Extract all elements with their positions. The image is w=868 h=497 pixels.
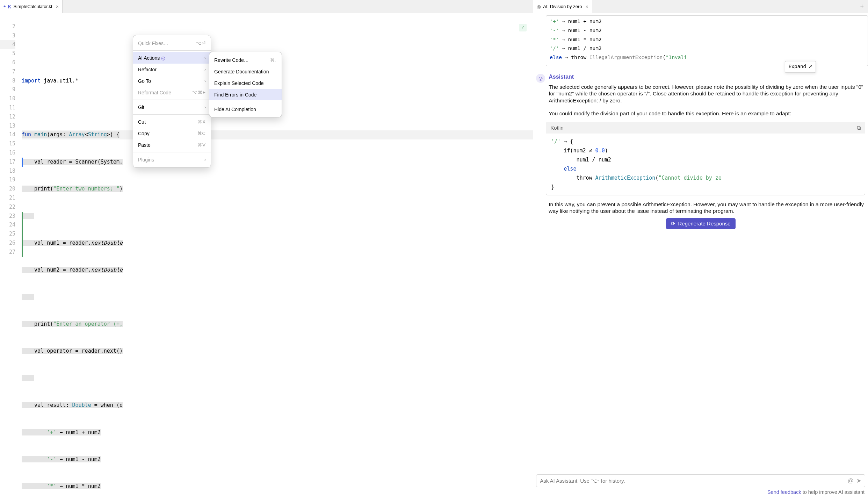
feedback-line: Send feedback to help improve AI assista…	[533, 488, 868, 497]
editor-tabbar: • K SimpleCalculator.kt ×	[0, 0, 533, 13]
line-gutter: 2 3 4 5 6 7 8 9 10 11 12 13 14 15 16 17 …	[0, 13, 22, 497]
assistant-message: In this way, you can prevent a possible …	[533, 200, 868, 215]
tab-ai-division[interactable]: ◎ AI: Division by zero ×	[533, 0, 592, 13]
menu-refactor[interactable]: Refactor›	[133, 64, 211, 75]
expand-button[interactable]: Expand⤢	[785, 61, 816, 73]
vcs-added-marker	[22, 212, 23, 257]
close-icon[interactable]: ×	[56, 4, 59, 9]
editor-pane: • K SimpleCalculator.kt × ✓ 2 3 4 5 6 7 …	[0, 0, 533, 497]
context-menu: Quick Fixes…⌥⏎ AI Actions◎› Refactor› Go…	[133, 35, 211, 168]
tab-filename: SimpleCalculator.kt	[13, 4, 52, 9]
chat-text-field[interactable]	[540, 478, 845, 484]
ai-scroll[interactable]: '+' → num1 + num2 '-' → num1 - num2 '*' …	[533, 13, 868, 474]
send-feedback-link[interactable]: Send feedback	[767, 489, 801, 495]
ai-swirl-icon: ◎	[161, 55, 165, 61]
mention-icon[interactable]: @	[848, 477, 854, 484]
assistant-title: Assistant	[549, 74, 574, 83]
menu-plugins: Plugins›	[133, 154, 211, 165]
menu-copy[interactable]: Copy⌘C	[133, 128, 211, 139]
menu-cut[interactable]: Cut⌘X	[133, 116, 211, 128]
assistant-message: The selected code generally appears to b…	[533, 83, 868, 104]
expand-icon: ⤢	[808, 62, 812, 71]
modified-dot-icon: •	[3, 3, 6, 10]
submenu-finderrors[interactable]: Find Errors in Code	[209, 89, 282, 100]
submenu-explain[interactable]: Explain Selected Code	[209, 77, 282, 89]
chevron-right-icon: ›	[204, 79, 206, 84]
code-suggestion-block: Kotlin ⧉ '/' → { if(num2 ≠ 0.0) num1 / n…	[546, 122, 865, 195]
submenu-hideai[interactable]: Hide AI Completion	[209, 103, 282, 115]
tab-simplecalculator[interactable]: • K SimpleCalculator.kt ×	[0, 0, 63, 13]
assistant-avatar-icon: ◎	[536, 74, 545, 83]
ai-swirl-icon: ◎	[537, 4, 541, 9]
chevron-right-icon: ›	[204, 105, 206, 110]
chevron-right-icon: ›	[204, 157, 206, 162]
code-lang-label: Kotlin	[550, 125, 564, 131]
submenu-rewrite[interactable]: Rewrite Code…⌘.	[209, 54, 282, 66]
add-tab-button[interactable]: +	[856, 0, 868, 13]
close-icon[interactable]: ×	[585, 4, 588, 9]
ai-pane: ◎ AI: Division by zero × + '+' → num1 + …	[533, 0, 868, 497]
assistant-message: You could modify the division part of yo…	[533, 109, 868, 117]
ai-tabbar: ◎ AI: Division by zero × +	[533, 0, 868, 13]
ai-actions-submenu: Rewrite Code…⌘. Generate Documentation E…	[209, 52, 282, 117]
chat-input[interactable]: @ ➤	[536, 474, 865, 487]
send-icon[interactable]: ➤	[856, 477, 861, 484]
chevron-right-icon: ›	[204, 67, 206, 72]
menu-reformat: Reformat Code⌥⌘F	[133, 87, 211, 98]
refresh-icon: ⟳	[671, 221, 675, 227]
menu-quick-fixes: Quick Fixes…⌥⏎	[133, 37, 211, 49]
kotlin-icon: K	[8, 4, 11, 9]
regenerate-button[interactable]: ⟳ Regenerate Response	[666, 218, 736, 229]
menu-goto[interactable]: Go To›	[133, 75, 211, 87]
submenu-gendoc[interactable]: Generate Documentation	[209, 66, 282, 77]
ai-tab-title: AI: Division by zero	[543, 4, 582, 9]
caret-marker	[22, 158, 23, 167]
code-suggestion-body: '/' → { if(num2 ≠ 0.0) num1 / num2 else …	[546, 134, 865, 195]
menu-ai-actions[interactable]: AI Actions◎›	[133, 52, 211, 64]
copy-icon[interactable]: ⧉	[857, 125, 861, 131]
ai-code-preview: '+' → num1 + num2 '-' → num1 - num2 '*' …	[546, 15, 868, 66]
menu-paste[interactable]: Paste⌘V	[133, 139, 211, 151]
menu-git[interactable]: Git›	[133, 101, 211, 113]
chevron-right-icon: ›	[204, 56, 206, 60]
